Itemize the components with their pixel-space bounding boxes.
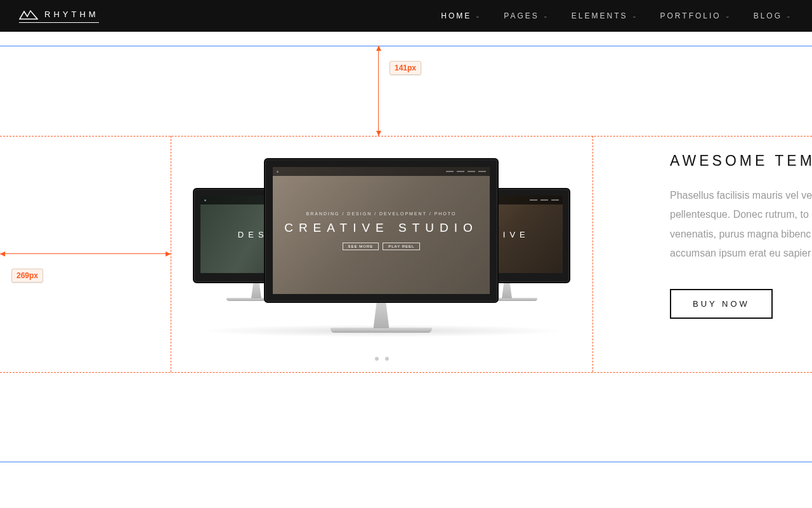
hero-body-line: Phasellus facilisis mauris vel vel xyxy=(670,186,812,205)
hero-content: AWESOME TEMPL Phasellus facilisis mauris… xyxy=(670,152,812,319)
logo-text: RHYTHM xyxy=(44,10,99,19)
site-logo[interactable]: RHYTHM xyxy=(19,10,99,23)
section-guide-top xyxy=(0,46,812,46)
main-header: RHYTHM HOME⌄ PAGES⌄ ELEMENTS⌄ PORTFOLIO⌄… xyxy=(0,0,812,32)
dimension-top-label: 141px xyxy=(390,61,421,75)
nav-label: PAGES xyxy=(504,11,539,20)
slider-pagination xyxy=(171,357,593,361)
nav-label: PORTFOLIO xyxy=(660,11,721,20)
mockup-center-title: CREATIVE STUDIO xyxy=(284,221,478,235)
chevron-down-icon: ⌄ xyxy=(786,13,793,19)
logo-mountain-icon xyxy=(19,10,38,20)
nav-portfolio[interactable]: PORTFOLIO⌄ xyxy=(660,11,732,20)
mockup-btn-seemore: SEE MORE xyxy=(343,243,379,250)
hero-title: AWESOME TEMPL xyxy=(670,152,812,170)
nav-pages[interactable]: PAGES⌄ xyxy=(504,11,549,20)
chevron-down-icon: ⌄ xyxy=(725,13,732,19)
mockup-btn-playreel: PLAY REEL xyxy=(383,243,420,250)
slider-dot[interactable] xyxy=(375,357,379,361)
inspect-guide-v2 xyxy=(593,136,593,372)
mockup-monitor-center: BRANDING / DESIGN / DEVELOPMENT / PHOTO … xyxy=(264,158,499,333)
dimension-vertical-arrow xyxy=(378,46,379,136)
hero-body-line: pellentesque. Donec rutrum, to xyxy=(670,205,812,224)
nav-label: BLOG xyxy=(754,11,782,20)
hero-body-line: venenatis, purus magna bibenc xyxy=(670,225,812,244)
mockup-center-tagline: BRANDING / DESIGN / DEVELOPMENT / PHOTO xyxy=(306,211,457,216)
inspect-guide-h2 xyxy=(0,372,812,373)
hero-body: Phasellus facilisis mauris vel vel pelle… xyxy=(670,186,812,264)
section-guide-bottom xyxy=(0,462,812,462)
dimension-horizontal-arrow xyxy=(0,253,171,254)
chevron-down-icon: ⌄ xyxy=(543,13,550,19)
nav-blog[interactable]: BLOG⌄ xyxy=(754,11,793,20)
buy-now-button[interactable]: BUY NOW xyxy=(670,289,773,319)
primary-nav: HOME⌄ PAGES⌄ ELEMENTS⌄ PORTFOLIO⌄ BLOG⌄ xyxy=(441,11,793,20)
hero-body-line: accumsan ipsum erat eu sapier xyxy=(670,244,812,263)
chevron-down-icon: ⌄ xyxy=(632,13,639,19)
nav-home[interactable]: HOME⌄ xyxy=(441,11,482,20)
chevron-down-icon: ⌄ xyxy=(475,13,482,19)
nav-elements[interactable]: ELEMENTS⌄ xyxy=(572,11,639,20)
nav-label: HOME xyxy=(441,11,471,20)
nav-label: ELEMENTS xyxy=(572,11,628,20)
dimension-left-label: 269px xyxy=(11,269,43,283)
slider-dot[interactable] xyxy=(385,357,389,361)
hero-mockup-slider: DESI ATIVE BRANDING / DESIGN / DEVELOPME… xyxy=(171,136,593,372)
